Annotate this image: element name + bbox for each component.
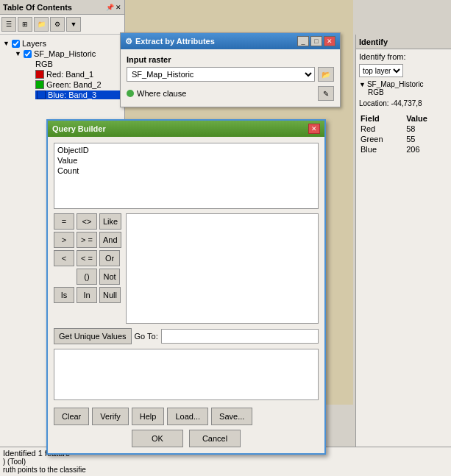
field-value[interactable]: Value — [56, 155, 316, 166]
toc-band-blue: Blue: Band_3 — [35, 90, 121, 99]
band-red-label: Red: Band_1 — [46, 70, 93, 79]
load-btn[interactable]: Load... — [167, 408, 208, 425]
op-like-btn[interactable]: Like — [99, 213, 121, 230]
toc-layers-item[interactable]: ▼ Layers — [3, 39, 121, 48]
goto-input[interactable] — [161, 329, 319, 344]
fields-list[interactable]: ObjectID Value Count — [54, 143, 319, 209]
op-eq-btn[interactable]: = — [54, 213, 74, 230]
identify-row-red: Red 58 — [359, 124, 448, 134]
toc-layer-name: SF_Map_Historic — [34, 49, 96, 58]
toc-sf-expand-icon[interactable]: ▼ — [15, 50, 21, 57]
toc-layers-label: Layers — [22, 39, 46, 48]
op-row-1: = <> Like — [54, 213, 121, 230]
identify-titlebar: Identify — [356, 35, 451, 49]
toc-btn-3[interactable]: 📁 — [34, 17, 49, 32]
status-tool-text: ) (Tool) — [3, 458, 26, 466]
expression-textarea[interactable] — [54, 349, 319, 400]
identify-field-red: Red — [359, 124, 405, 134]
toc-btn-1[interactable]: ☰ — [1, 17, 16, 32]
toc-btn-5[interactable]: ▼ — [66, 17, 81, 32]
where-indicator — [127, 90, 134, 97]
extract-dialog: ⚙ Extract by Attributes _ □ ✕ Input rast… — [120, 32, 341, 107]
get-unique-values-btn[interactable]: Get Unique Values — [54, 328, 132, 344]
op-gte-btn[interactable]: > = — [77, 232, 97, 248]
extract-titlebar: ⚙ Extract by Attributes _ □ ✕ — [121, 33, 340, 49]
band-green-label: Green: Band_2 — [46, 80, 102, 89]
help-btn[interactable]: Help — [132, 408, 165, 425]
identify-tree-child: RGB — [368, 88, 448, 96]
toc-sf-checkbox[interactable] — [24, 50, 32, 58]
toc-toolbar: ☰ ⊞ 📁 ⚙ ▼ — [0, 15, 124, 35]
identify-field-blue: Blue — [359, 144, 405, 154]
identify-from-select[interactable]: top layer — [359, 64, 403, 77]
query-footer: Clear Verify Help Load... Save... — [54, 408, 319, 425]
query-titlebar: Query Builder ✕ — [48, 121, 324, 137]
toc-rgb-label: RGB — [35, 60, 53, 68]
toc-layer-group: ▼ SF_Map_Historic RGB Red: Band_1 Green:… — [15, 49, 121, 99]
identify-row-blue: Blue 206 — [359, 144, 448, 154]
extract-title: Extract by Attributes — [135, 37, 215, 46]
toc-btn-2[interactable]: ⊞ — [18, 17, 32, 32]
values-section — [126, 213, 319, 328]
clear-btn[interactable]: Clear — [54, 408, 89, 425]
op-parens-btn[interactable]: () — [77, 269, 97, 285]
toc-expand-icon[interactable]: ▼ — [3, 40, 10, 47]
toc-layers-checkbox[interactable] — [12, 40, 20, 48]
extract-close-btn[interactable]: ✕ — [324, 36, 335, 46]
identify-value-blue: 206 — [405, 144, 448, 154]
toc-layer-type: RGB — [35, 60, 121, 68]
op-is-btn[interactable]: Is — [54, 287, 74, 303]
op-null-btn[interactable]: Null — [99, 287, 121, 303]
identify-tree-root: ▼ SF_Map_Historic — [359, 80, 448, 88]
toc-titlebar: Table Of Contents 📌 ✕ — [0, 0, 124, 15]
input-raster-row: SF_Map_Historic 📂 — [127, 67, 334, 82]
toc-btn-4[interactable]: ⚙ — [50, 17, 65, 32]
toc-sf-map-item[interactable]: ▼ SF_Map_Historic — [15, 49, 121, 58]
field-count[interactable]: Count — [56, 166, 316, 176]
extract-restore-btn[interactable]: □ — [310, 36, 322, 46]
goto-label: Go To: — [135, 332, 158, 341]
identify-location-value: -44,737,8 — [391, 99, 422, 107]
identify-layer-type: RGB — [368, 88, 384, 96]
identify-tree: ▼ SF_Map_Historic RGB — [359, 80, 448, 96]
extract-minimize-btn[interactable]: _ — [297, 36, 309, 46]
op-or-btn[interactable]: Or — [99, 250, 120, 266]
input-raster-select[interactable]: SF_Map_Historic — [127, 67, 315, 82]
op-gt-btn[interactable]: > — [54, 232, 74, 248]
identify-value-green: 55 — [405, 134, 448, 144]
values-list[interactable] — [126, 213, 319, 324]
identify-col-value: Value — [405, 113, 448, 124]
op-row-2: > > = And — [54, 232, 121, 248]
query-ok-btn[interactable]: OK — [132, 430, 183, 447]
op-ne-btn[interactable]: <> — [77, 213, 97, 230]
query-body: ObjectID Value Count = <> Like > > = And… — [48, 137, 324, 453]
op-in-btn[interactable]: In — [77, 287, 97, 303]
op-row-3: < < = Or — [54, 250, 121, 266]
toc-title: Table Of Contents — [3, 3, 72, 12]
toc-pin-icon[interactable]: 📌 — [106, 4, 114, 11]
where-clause-edit-btn[interactable]: ✎ — [318, 86, 334, 101]
toc-close-icon[interactable]: ✕ — [116, 4, 121, 11]
identify-layer-name: SF_Map_Historic — [367, 80, 424, 88]
toc-bands: Red: Band_1 Green: Band_2 Blue: Band_3 — [35, 70, 121, 99]
save-btn[interactable]: Save... — [211, 408, 252, 425]
query-ok-cancel-row: OK Cancel — [54, 430, 319, 447]
op-and-btn[interactable]: And — [99, 232, 121, 248]
identify-value-red: 58 — [405, 124, 448, 134]
query-cancel-btn[interactable]: Cancel — [189, 430, 241, 447]
extract-window-controls: _ □ ✕ — [297, 36, 335, 46]
op-not-btn[interactable]: Not — [99, 269, 120, 285]
field-objectid[interactable]: ObjectID — [56, 145, 316, 155]
verify-btn[interactable]: Verify — [92, 408, 129, 425]
op-lte-btn[interactable]: < = — [77, 250, 97, 266]
identify-from-label: Identify from: — [359, 52, 406, 61]
identify-field-green: Green — [359, 134, 405, 144]
query-close-btn[interactable]: ✕ — [308, 124, 320, 134]
op-lt-btn[interactable]: < — [54, 250, 74, 266]
input-raster-browse-btn[interactable]: 📂 — [318, 67, 334, 82]
extract-title-group: ⚙ Extract by Attributes — [125, 37, 215, 46]
identify-col-field: Field — [359, 113, 405, 124]
identify-tree-expand[interactable]: ▼ — [359, 81, 366, 88]
where-clause-label: Where clause — [137, 89, 186, 98]
toc-band-green: Green: Band_2 — [35, 80, 121, 89]
